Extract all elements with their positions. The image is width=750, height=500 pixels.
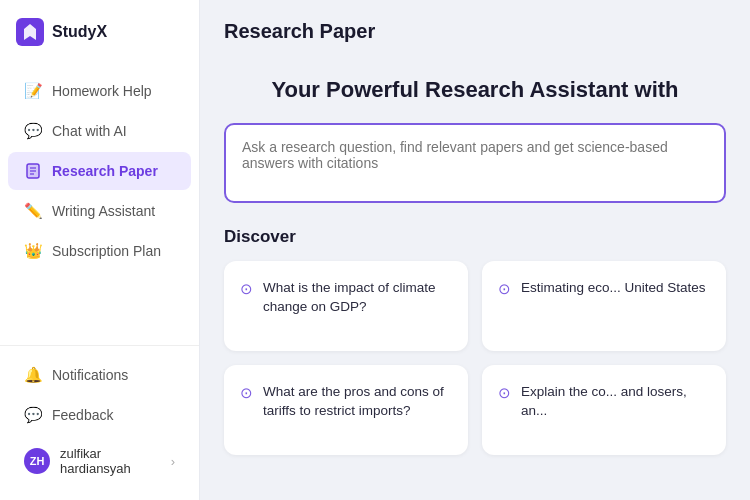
card-search-icon-2: ⊙ (498, 280, 511, 298)
sidebar-item-label: Research Paper (52, 163, 158, 179)
avatar: ZH (24, 448, 50, 474)
sidebar-item-homework-help[interactable]: 📝 Homework Help (8, 72, 191, 110)
feedback-icon: 💬 (24, 406, 42, 424)
studyx-logo-icon (16, 18, 44, 46)
sidebar-item-subscription-plan[interactable]: 👑 Subscription Plan (8, 232, 191, 270)
card-text-4: Explain the co... and losers, an... (521, 383, 710, 421)
card-text-1: What is the impact of climate change on … (263, 279, 452, 317)
sidebar-item-writing-assistant[interactable]: ✏️ Writing Assistant (8, 192, 191, 230)
discover-card-2[interactable]: ⊙ Estimating eco... United States (482, 261, 726, 351)
chevron-right-icon: › (171, 454, 175, 469)
sidebar-item-label: Chat with AI (52, 123, 127, 139)
sidebar-item-label: Notifications (52, 367, 128, 383)
search-input[interactable] (242, 139, 708, 183)
discover-card-1[interactable]: ⊙ What is the impact of climate change o… (224, 261, 468, 351)
writing-assistant-icon: ✏️ (24, 202, 42, 220)
sidebar-item-feedback[interactable]: 💬 Feedback (8, 396, 191, 434)
page-header: Research Paper (200, 0, 750, 53)
homework-help-icon: 📝 (24, 82, 42, 100)
discover-card-4[interactable]: ⊙ Explain the co... and losers, an... (482, 365, 726, 455)
main-content: Your Powerful Research Assistant with Di… (200, 53, 750, 500)
research-paper-icon (24, 162, 42, 180)
discover-title: Discover (224, 227, 726, 247)
sidebar-item-label: Feedback (52, 407, 113, 423)
page-title: Research Paper (224, 20, 726, 43)
card-search-icon-3: ⊙ (240, 384, 253, 402)
sidebar: StudyX 📝 Homework Help 💬 Chat with AI Re… (0, 0, 200, 500)
sidebar-item-label: Subscription Plan (52, 243, 161, 259)
user-profile[interactable]: ZH zulfikar hardiansyah › (8, 436, 191, 486)
main-area: Research Paper Your Powerful Research As… (200, 0, 750, 500)
card-text-2: Estimating eco... United States (521, 279, 706, 298)
sidebar-item-label: Writing Assistant (52, 203, 155, 219)
sidebar-bottom: 🔔 Notifications 💬 Feedback ZH zulfikar h… (0, 345, 199, 500)
app-name: StudyX (52, 23, 107, 41)
user-name: zulfikar hardiansyah (60, 446, 161, 476)
card-search-icon-4: ⊙ (498, 384, 511, 402)
hero-title: Your Powerful Research Assistant with (224, 53, 726, 123)
discover-card-3[interactable]: ⊙ What are the pros and cons of tariffs … (224, 365, 468, 455)
sidebar-item-research-paper[interactable]: Research Paper (8, 152, 191, 190)
subscription-icon: 👑 (24, 242, 42, 260)
sidebar-item-label: Homework Help (52, 83, 152, 99)
card-search-icon-1: ⊙ (240, 280, 253, 298)
sidebar-item-notifications[interactable]: 🔔 Notifications (8, 356, 191, 394)
sidebar-item-chat-with-ai[interactable]: 💬 Chat with AI (8, 112, 191, 150)
logo[interactable]: StudyX (0, 0, 199, 62)
discover-cards: ⊙ What is the impact of climate change o… (224, 261, 726, 455)
search-box[interactable] (224, 123, 726, 203)
card-text-3: What are the pros and cons of tariffs to… (263, 383, 452, 421)
main-nav: 📝 Homework Help 💬 Chat with AI Research … (0, 62, 199, 345)
chat-ai-icon: 💬 (24, 122, 42, 140)
notifications-icon: 🔔 (24, 366, 42, 384)
